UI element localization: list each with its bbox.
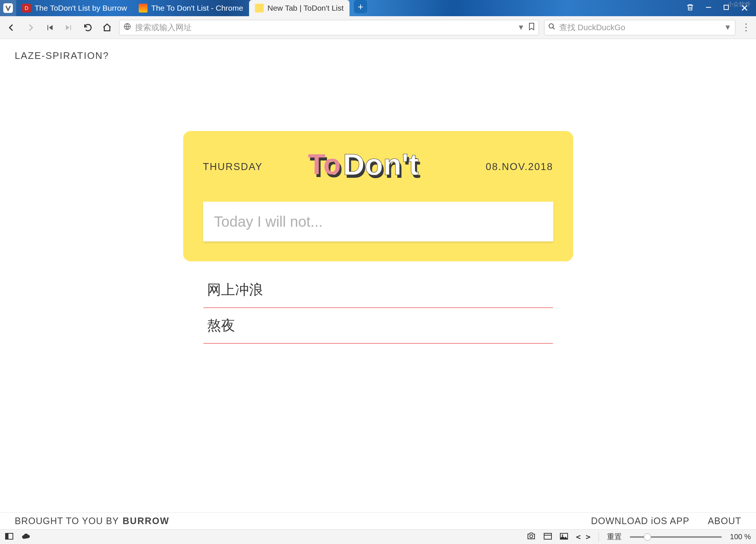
capture-icon[interactable] (527, 532, 536, 542)
browser-toolbar: ▼ ▼ ⋮ (0, 16, 756, 39)
search-bar[interactable]: ▼ (544, 20, 735, 35)
svg-point-4 (549, 24, 554, 28)
new-tab-button[interactable]: + (354, 0, 367, 13)
svg-line-5 (553, 28, 555, 29)
rewind-button[interactable] (43, 21, 57, 35)
zoom-slider[interactable] (630, 536, 722, 538)
status-bar: < > 重置 100 % (0, 529, 756, 544)
tab-1[interactable]: The To Don't List - Chrome (133, 0, 249, 16)
tab-label: The To Don't List - Chrome (151, 4, 243, 13)
tab-2[interactable]: New Tab | ToDon't List (249, 0, 349, 16)
laze-spiration-link[interactable]: LAZE-SPIRATION? (15, 50, 109, 61)
panel-toggle-icon[interactable] (5, 532, 13, 542)
day-label: THURSDAY (203, 161, 263, 173)
zoom-thumb[interactable] (644, 533, 651, 541)
footer-links: DOWNLOAD iOS APP ABOUT (591, 516, 741, 526)
about-link[interactable]: ABOUT (708, 516, 741, 526)
card-container: THURSDAY To To Don't Don't 08.NOV.2018 网… (0, 39, 756, 344)
card-header: THURSDAY To To Don't Don't 08.NOV.2018 (203, 146, 553, 187)
search-icon (548, 23, 556, 32)
fast-forward-button[interactable] (62, 21, 76, 35)
zoom-reset-button[interactable]: 重置 (607, 532, 622, 542)
favicon-icon (139, 4, 148, 13)
dropdown-icon[interactable]: ▼ (517, 23, 525, 32)
svg-point-16 (562, 534, 563, 536)
tiling-icon[interactable] (544, 532, 552, 542)
back-button[interactable] (4, 21, 18, 35)
home-button[interactable] (100, 21, 114, 35)
tab-label: New Tab | ToDon't List (267, 4, 344, 13)
download-ios-link[interactable]: DOWNLOAD iOS APP (591, 516, 689, 526)
divider (599, 532, 599, 542)
todont-card: THURSDAY To To Don't Don't 08.NOV.2018 (183, 131, 573, 261)
svg-text:To: To (308, 148, 341, 180)
tab-label: The ToDon't List by Burrow (35, 4, 127, 13)
code-icon[interactable]: < > (576, 532, 591, 541)
search-input[interactable] (559, 23, 720, 32)
page-footer: BROUGHT TO YOU BY BURROW DOWNLOAD iOS AP… (0, 512, 756, 529)
favicon-icon (255, 4, 264, 13)
svg-rect-13 (544, 533, 551, 539)
watermark-text: 小众软件 (727, 1, 751, 8)
reload-button[interactable] (81, 21, 95, 35)
tab-0[interactable]: D The ToDon't List by Burrow (16, 0, 133, 16)
tab-strip: D The ToDon't List by Burrow The To Don'… (16, 0, 679, 16)
page-content: LAZE-SPIRATION? THURSDAY To To Don't Don… (0, 39, 756, 512)
menu-button[interactable]: ⋮ (741, 22, 752, 33)
minimize-button[interactable] (705, 4, 712, 13)
bookmark-icon[interactable] (528, 22, 535, 32)
address-input[interactable] (135, 23, 514, 32)
window-titlebar: D The ToDon't List by Burrow The To Don'… (0, 0, 756, 16)
todont-input[interactable] (203, 202, 553, 241)
date-label: 08.NOV.2018 (486, 161, 553, 173)
forward-button[interactable] (24, 21, 38, 35)
todont-items: 网上冲浪 熬夜 (203, 272, 553, 344)
address-bar[interactable]: ▼ (119, 20, 539, 35)
list-item[interactable]: 熬夜 (203, 308, 553, 344)
globe-icon (123, 22, 131, 32)
trash-icon[interactable] (686, 3, 694, 13)
zoom-level-label: 100 % (730, 533, 751, 541)
brought-by-label: BROUGHT TO YOU BY (15, 516, 119, 526)
todont-logo: To To Don't Don't (308, 146, 440, 187)
image-icon[interactable] (560, 532, 568, 542)
vivaldi-logo[interactable] (0, 0, 16, 16)
favicon-icon: D (22, 4, 31, 13)
list-item[interactable]: 网上冲浪 (203, 272, 553, 308)
footer-brand: BROUGHT TO YOU BY BURROW (15, 516, 170, 526)
brand-name[interactable]: BURROW (123, 516, 169, 526)
svg-text:Don't: Don't (343, 148, 419, 181)
cloud-icon[interactable] (21, 532, 31, 542)
svg-point-12 (530, 535, 533, 538)
svg-rect-11 (6, 533, 8, 539)
search-dropdown-icon[interactable]: ▼ (724, 23, 731, 32)
